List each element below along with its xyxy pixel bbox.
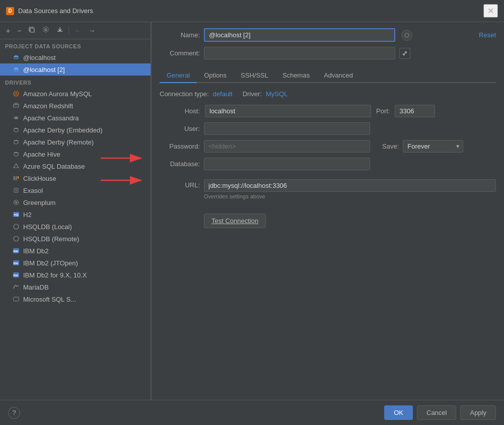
driver-azure-sql[interactable]: Azure SQL Database xyxy=(0,160,151,172)
connection-type-row: Connection type: default Driver: MySQL xyxy=(160,90,496,98)
tabs: General Options SSH/SSL Schemas Advanced xyxy=(160,68,496,83)
host-row: Host: Port: xyxy=(160,105,496,117)
datasource-localhost[interactable]: @localhost xyxy=(0,51,151,63)
window-title: Data Sources and Drivers xyxy=(18,7,483,15)
connection-type-value[interactable]: default xyxy=(213,90,233,98)
password-row: Password: Save: Forever Until restart Ne… xyxy=(160,140,496,153)
driver-apache-derby-remote[interactable]: Apache Derby (Remote) xyxy=(0,136,151,148)
comment-label: Comment: xyxy=(160,49,200,57)
tab-options[interactable]: Options xyxy=(197,68,234,83)
name-input[interactable] xyxy=(204,28,395,42)
driver-icon-0 xyxy=(12,90,20,98)
driver-clickhouse[interactable]: ClickHouse xyxy=(0,172,151,184)
close-button[interactable]: ✕ xyxy=(483,4,498,18)
driver-ibm-db2-jtopen[interactable]: IBM IBM Db2 (JTOpen) xyxy=(0,257,151,269)
driver-microsoft-sql[interactable]: Microsoft SQL S... xyxy=(0,293,151,305)
duplicate-button[interactable] xyxy=(26,25,37,36)
svg-text:IBM: IBM xyxy=(14,262,18,265)
user-row-wrapper: User: xyxy=(160,122,496,140)
datasource-localhost-2[interactable]: @localhost [2] xyxy=(0,63,151,76)
database-label: Database: xyxy=(160,160,200,168)
tab-general[interactable]: General xyxy=(160,68,197,83)
driver-label-15: IBM Db2 for 9.X, 10.X xyxy=(23,271,87,279)
svg-rect-12 xyxy=(16,176,17,180)
driver-label-12: HSQLDB (Remote) xyxy=(23,235,79,243)
svg-rect-26 xyxy=(14,297,19,301)
driver-value[interactable]: MySQL xyxy=(266,90,287,98)
driver-icon-3 xyxy=(12,126,20,134)
cancel-button[interactable]: Cancel xyxy=(417,405,456,420)
driver-icon-13: IBM xyxy=(12,247,20,255)
left-panel-scroll: Project Data Sources @localhost xyxy=(0,39,151,400)
driver-greenplum[interactable]: Greenplum xyxy=(0,196,151,208)
datasource-localhost-2-label: @localhost [2] xyxy=(23,66,65,74)
save-select[interactable]: Forever Until restart Never xyxy=(403,140,463,153)
driver-icon-1 xyxy=(12,102,20,110)
driver-ibm-db2-9x[interactable]: IBM IBM Db2 for 9.X, 10.X xyxy=(0,269,151,281)
driver-apache-derby-embedded[interactable]: Apache Derby (Embedded) xyxy=(0,124,151,136)
password-input[interactable] xyxy=(204,140,370,153)
driver-label-7: ClickHouse xyxy=(23,175,56,182)
test-connection-wrapper: Test Connection xyxy=(160,206,496,228)
name-row: Name: Reset xyxy=(160,28,496,42)
driver-label-2: Apache Cassandra xyxy=(23,114,79,122)
svg-text:IBM: IBM xyxy=(14,250,18,253)
driver-amazon-redshift[interactable]: Amazon Redshift xyxy=(0,100,151,112)
forward-button[interactable]: → xyxy=(86,26,97,36)
name-info-icon xyxy=(401,30,412,41)
add-button[interactable]: + xyxy=(4,26,12,36)
import-button[interactable] xyxy=(54,25,65,36)
test-connection-button[interactable]: Test Connection xyxy=(204,214,266,228)
comment-expand-button[interactable] xyxy=(399,48,410,59)
driver-hsqldb-remote[interactable]: HSQLDB (Remote) xyxy=(0,233,151,245)
driver-mariadb[interactable]: MariaDB xyxy=(0,281,151,293)
driver-label-3: Apache Derby (Embedded) xyxy=(23,126,103,134)
url-input[interactable] xyxy=(204,179,496,192)
driver-h2[interactable]: H2 H2 xyxy=(0,208,151,221)
driver-label-14: IBM Db2 (JTOpen) xyxy=(23,259,78,267)
ok-button[interactable]: OK xyxy=(384,405,413,420)
svg-rect-1 xyxy=(30,28,34,32)
apply-button[interactable]: Apply xyxy=(460,405,496,420)
svg-text:H2: H2 xyxy=(14,213,19,217)
help-button[interactable]: ? xyxy=(8,407,20,419)
driver-label-8: Exasol xyxy=(23,187,43,194)
connection-type-label: Connection type: xyxy=(160,90,209,98)
project-sources-header: Project Data Sources xyxy=(0,39,151,51)
tab-ssh-ssl[interactable]: SSH/SSL xyxy=(234,68,275,83)
tab-schemas[interactable]: Schemas xyxy=(275,68,317,83)
svg-text:IBM: IBM xyxy=(14,274,18,277)
back-button[interactable]: ← xyxy=(72,26,83,36)
remove-button[interactable]: − xyxy=(15,26,23,36)
database-input[interactable] xyxy=(204,158,370,170)
left-panel: + − xyxy=(0,22,151,400)
driver-icon-12 xyxy=(12,235,20,243)
driver-apache-cassandra[interactable]: Apache Cassandra xyxy=(0,112,151,124)
dialog: D Data Sources and Drivers ✕ + − xyxy=(0,0,504,425)
user-row: User: xyxy=(160,122,496,135)
reset-button[interactable]: Reset xyxy=(479,31,496,39)
driver-exasol[interactable]: Exasol xyxy=(0,184,151,196)
driver-apache-hive[interactable]: Apache Hive xyxy=(0,148,151,160)
title-bar: D Data Sources and Drivers ✕ xyxy=(0,0,504,22)
driver-hsqldb-local[interactable]: HSQLDB (Local) xyxy=(0,221,151,233)
driver-label-static: Driver: xyxy=(243,90,262,98)
datasource-localhost-label: @localhost xyxy=(23,54,56,61)
driver-icon-6 xyxy=(12,162,20,170)
port-input[interactable] xyxy=(395,105,435,117)
svg-point-27 xyxy=(405,33,409,37)
driver-label-9: Greenplum xyxy=(23,199,55,206)
driver-label-1: Amazon Redshift xyxy=(23,102,73,110)
settings-button[interactable] xyxy=(40,25,51,36)
comment-input[interactable] xyxy=(204,47,395,59)
user-input[interactable] xyxy=(204,122,370,135)
driver-amazon-aurora-mysql[interactable]: Amazon Aurora MySQL xyxy=(0,88,151,100)
datasource-2-icon xyxy=(12,65,20,74)
driver-label-0: Amazon Aurora MySQL xyxy=(23,90,92,98)
comment-row: Comment: xyxy=(160,47,496,59)
user-label: User: xyxy=(160,125,200,132)
host-input[interactable] xyxy=(205,105,371,117)
tab-advanced[interactable]: Advanced xyxy=(317,68,360,83)
driver-ibm-db2[interactable]: IBM IBM Db2 xyxy=(0,245,151,257)
password-label: Password: xyxy=(160,143,200,150)
